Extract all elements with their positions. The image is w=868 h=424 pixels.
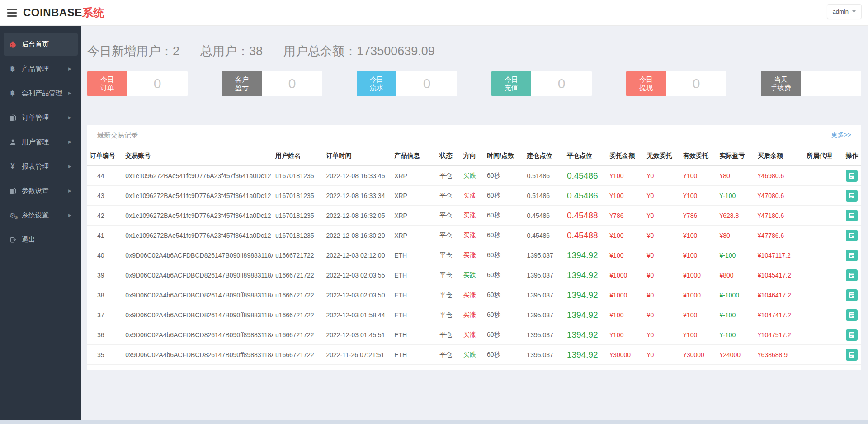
cell-username: u1666721722 xyxy=(273,305,324,325)
sidebar-item[interactable]: 用户管理 ▶ xyxy=(0,131,81,153)
sidebar-item-icon: ฿ xyxy=(8,89,17,97)
detail-button[interactable] xyxy=(846,210,858,221)
more-link[interactable]: 更多>> xyxy=(831,131,851,139)
sidebar-item-icon xyxy=(8,236,17,243)
table-row: 38 0x9D06C02A4b6ACFDBCD826147B090ff89883… xyxy=(87,285,861,305)
cell-account: 0x9D06C02A4b6ACFDBCD826147B090ff89883118… xyxy=(123,305,273,325)
cell-invalid-amount: ¥0 xyxy=(644,345,680,365)
stat-card-label: 今日流水 xyxy=(357,71,396,96)
cell-open-price: 1395.037 xyxy=(524,265,564,285)
cell-actual-profit: ¥628.8 xyxy=(717,206,755,226)
stat-card: 今日订单 0 xyxy=(87,71,188,96)
cell-period: 60秒 xyxy=(484,245,524,265)
detail-button[interactable] xyxy=(846,329,858,341)
cell-after-balance: ¥1047417.2 xyxy=(755,305,804,325)
cell-valid-amount: ¥100 xyxy=(680,305,717,325)
cell-period: 60秒 xyxy=(484,305,524,325)
detail-button[interactable] xyxy=(846,170,858,182)
cell-valid-amount: ¥100 xyxy=(680,325,717,345)
detail-list-icon xyxy=(849,173,855,179)
cell-agent xyxy=(804,206,843,226)
column-header: 订单时间 xyxy=(323,146,392,166)
sidebar-item-label: 产品管理 xyxy=(22,65,49,73)
chevron-right-icon: ▶ xyxy=(68,164,71,169)
detail-button[interactable] xyxy=(846,230,858,241)
stat-card-value: 0 xyxy=(127,71,188,96)
cell-product: XRP xyxy=(392,226,437,245)
detail-button[interactable] xyxy=(846,269,858,281)
cell-close-price: 1394.92 xyxy=(564,325,607,345)
cell-username: u1670181235 xyxy=(273,166,324,186)
sidebar-item-icon: ¥ xyxy=(8,162,17,170)
cell-direction: 买涨 xyxy=(461,245,484,265)
column-header: 方向 xyxy=(461,146,484,166)
cell-status: 平仓 xyxy=(437,245,461,265)
table-row: 41 0x1e1096272BAe541fc9D776A23f457f3641a… xyxy=(87,226,861,245)
detail-button[interactable] xyxy=(846,289,858,301)
cell-order-amount: ¥100 xyxy=(607,226,644,245)
column-header: 所属代理 xyxy=(804,146,843,166)
cell-agent xyxy=(804,325,843,345)
sidebar-item[interactable]: ฿ 产品管理 ▶ xyxy=(0,57,81,80)
sidebar-item[interactable]: 参数设置 ▶ xyxy=(0,179,81,202)
cell-order-time: 2022-12-03 02:03:55 xyxy=(323,265,392,285)
detail-list-icon xyxy=(849,332,855,338)
cell-direction: 买跌 xyxy=(461,166,484,186)
cell-agent xyxy=(804,166,843,186)
cell-actions xyxy=(843,206,861,226)
sidebar-item[interactable]: ฿ 套利产品管理 ▶ xyxy=(0,82,81,104)
sidebar-item[interactable]: 退出 xyxy=(0,228,81,251)
cell-valid-amount: ¥100 xyxy=(680,226,717,245)
table-row: 44 0x1e1096272BAe541fc9D776A23f457f3641a… xyxy=(87,166,861,186)
detail-button[interactable] xyxy=(846,190,858,202)
cell-direction: 买涨 xyxy=(461,226,484,245)
cell-after-balance: ¥47080.6 xyxy=(755,186,804,206)
table-row: 42 0x1e1096272BAe541fc9D776A23f457f3641a… xyxy=(87,206,861,226)
cell-order-time: 2022-12-08 16:33:34 xyxy=(323,186,392,206)
cell-product: XRP xyxy=(392,166,437,186)
cell-direction: 买涨 xyxy=(461,325,484,345)
sidebar-item[interactable]: 后台首页 xyxy=(4,33,78,56)
cell-account: 0x1e1096272BAe541fc9D776A23f457f3641a0Dc… xyxy=(123,206,273,226)
stat-text: 用户总余额：173500639.09 xyxy=(283,44,435,58)
sidebar-item[interactable]: ¥ 报表管理 ▶ xyxy=(0,155,81,178)
detail-button[interactable] xyxy=(846,349,858,361)
cell-invalid-amount: ¥0 xyxy=(644,265,680,285)
cell-status: 平仓 xyxy=(437,265,461,285)
cell-after-balance: ¥47180.6 xyxy=(755,206,804,226)
horizontal-scrollbar[interactable] xyxy=(0,420,868,424)
cell-actual-profit: ¥-100 xyxy=(717,325,755,345)
cell-username: u1666721722 xyxy=(273,285,324,305)
admin-dropdown[interactable]: admin xyxy=(827,4,862,19)
cell-close-price: 1394.92 xyxy=(564,245,607,265)
detail-list-icon xyxy=(849,312,855,318)
sidebar-item[interactable]: 订单管理 ▶ xyxy=(0,106,81,129)
table-row: 39 0x9D06C02A4b6ACFDBCD826147B090ff89883… xyxy=(87,265,861,285)
detail-list-icon xyxy=(849,232,855,239)
cell-actual-profit: ¥24000 xyxy=(717,345,755,365)
cell-invalid-amount: ¥0 xyxy=(644,325,680,345)
column-header: 委托金额 xyxy=(607,146,644,166)
detail-button[interactable] xyxy=(846,309,858,321)
table-row: 40 0x9D06C02A4b6ACFDBCD826147B090ff89883… xyxy=(87,245,861,265)
cell-actual-profit: ¥80 xyxy=(717,166,755,186)
panel-head: 最新交易记录 更多>> xyxy=(87,125,861,146)
cell-open-price: 0.45486 xyxy=(524,206,564,226)
detail-button[interactable] xyxy=(846,250,858,261)
cell-valid-amount: ¥100 xyxy=(680,245,717,265)
cell-close-price: 1394.92 xyxy=(564,345,607,365)
cell-order-time: 2022-12-03 01:58:44 xyxy=(323,305,392,325)
cell-direction: 买涨 xyxy=(461,186,484,206)
cell-close-price: 0.45488 xyxy=(564,226,607,245)
cell-close-price: 1394.92 xyxy=(564,285,607,305)
sidebar-item-label: 套利产品管理 xyxy=(22,89,62,98)
column-header: 实际盈亏 xyxy=(717,146,755,166)
cell-agent xyxy=(804,265,843,285)
cell-actual-profit: ¥-100 xyxy=(717,186,755,206)
sidebar-item-icon xyxy=(8,188,17,194)
menu-toggle-icon[interactable] xyxy=(7,9,17,17)
cell-agent xyxy=(804,305,843,325)
cell-valid-amount: ¥786 xyxy=(680,206,717,226)
cell-order-id: 38 xyxy=(87,285,123,305)
sidebar-item[interactable]: ⚙⚙ 系统设置 ▶ xyxy=(0,204,81,226)
